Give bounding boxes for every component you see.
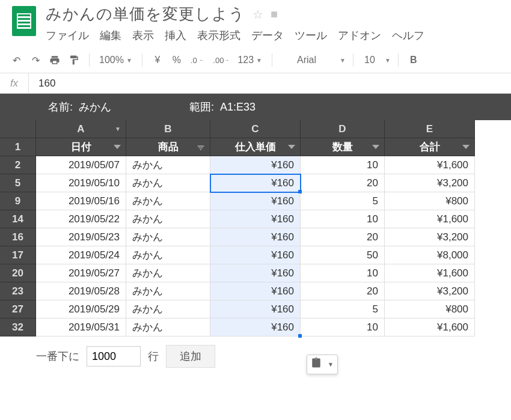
cell-item[interactable]: みかん bbox=[126, 264, 210, 282]
row-number[interactable]: 5 bbox=[0, 174, 36, 192]
row-number[interactable]: 16 bbox=[0, 228, 36, 246]
cell-item[interactable]: みかん bbox=[126, 246, 210, 264]
filter-name-value[interactable]: みかん bbox=[79, 100, 111, 114]
cell-price[interactable]: ¥160 bbox=[210, 282, 301, 300]
cell-qty[interactable]: 10 bbox=[301, 318, 385, 336]
cell-total[interactable]: ¥1,600 bbox=[385, 156, 475, 174]
cell-qty[interactable]: 5 bbox=[301, 300, 385, 318]
cell-date[interactable]: 2019/05/07 bbox=[36, 156, 126, 174]
cell-price[interactable]: ¥160 bbox=[210, 156, 301, 174]
cell-date[interactable]: 2019/05/16 bbox=[36, 192, 126, 210]
spreadsheet-grid[interactable]: A▼ B C D E 1 日付 商品 仕入単価 数量 合計 22019/05/0… bbox=[0, 120, 511, 336]
filter-icon[interactable] bbox=[462, 145, 470, 149]
cell-date[interactable]: 2019/05/28 bbox=[36, 282, 126, 300]
decrease-decimal[interactable]: .0 ← bbox=[188, 52, 207, 68]
cell-qty[interactable]: 10 bbox=[301, 156, 385, 174]
cell-total[interactable]: ¥1,600 bbox=[385, 210, 475, 228]
chevron-down-icon[interactable]: ▼ bbox=[328, 361, 334, 368]
cell-qty[interactable]: 10 bbox=[301, 210, 385, 228]
cell-price[interactable]: ¥160 bbox=[210, 318, 301, 336]
cell-total[interactable]: ¥800 bbox=[385, 192, 475, 210]
cell-date[interactable]: 2019/05/31 bbox=[36, 318, 126, 336]
cell-total[interactable]: ¥1,600 bbox=[385, 318, 475, 336]
menu-edit[interactable]: 編集 bbox=[100, 28, 121, 43]
cell-price[interactable]: ¥160 bbox=[210, 174, 301, 192]
col-letter-a[interactable]: A▼ bbox=[36, 120, 126, 138]
cell-item[interactable]: みかん bbox=[126, 282, 210, 300]
row-number[interactable]: 20 bbox=[0, 264, 36, 282]
cell-total[interactable]: ¥800 bbox=[385, 300, 475, 318]
menu-file[interactable]: ファイル bbox=[46, 28, 89, 43]
bold-button[interactable]: B bbox=[406, 52, 421, 68]
row-number[interactable]: 1 bbox=[0, 138, 36, 156]
cell-qty[interactable]: 5 bbox=[301, 192, 385, 210]
cell-date[interactable]: 2019/05/24 bbox=[36, 246, 126, 264]
cell-item[interactable]: みかん bbox=[126, 210, 210, 228]
sheets-logo-icon[interactable] bbox=[12, 6, 36, 36]
cell-price[interactable]: ¥160 bbox=[210, 246, 301, 264]
filter-icon[interactable] bbox=[372, 145, 379, 149]
menu-help[interactable]: ヘルフ bbox=[392, 28, 424, 43]
col-letter-d[interactable]: D bbox=[301, 120, 385, 138]
paste-options-popup[interactable]: ▼ bbox=[307, 355, 338, 374]
row-number[interactable]: 27 bbox=[0, 300, 36, 318]
filter-icon[interactable] bbox=[288, 145, 295, 149]
folder-icon[interactable]: ■ bbox=[271, 7, 278, 21]
font-family-select[interactable]: Arial bbox=[280, 52, 334, 68]
cell-item[interactable]: みかん bbox=[126, 156, 210, 174]
more-formats[interactable]: 123 ▼ bbox=[235, 52, 265, 68]
menu-addons[interactable]: アドオン bbox=[338, 28, 381, 43]
font-size-select[interactable]: 10 bbox=[361, 52, 379, 68]
cell-date[interactable]: 2019/05/22 bbox=[36, 210, 126, 228]
zoom-select[interactable]: 100% ▼ bbox=[97, 52, 135, 68]
formula-input[interactable] bbox=[29, 73, 511, 93]
paint-format-icon[interactable] bbox=[66, 52, 82, 68]
cell-price[interactable]: ¥160 bbox=[210, 210, 301, 228]
cell-total[interactable]: ¥1,600 bbox=[385, 264, 475, 282]
increase-decimal[interactable]: .00→ bbox=[210, 52, 231, 68]
col-letter-e[interactable]: E bbox=[385, 120, 475, 138]
cell-date[interactable]: 2019/05/29 bbox=[36, 300, 126, 318]
menu-data[interactable]: データ bbox=[251, 28, 284, 43]
col-letter-c[interactable]: C bbox=[210, 120, 301, 138]
menu-format[interactable]: 表示形式 bbox=[197, 28, 240, 43]
row-number[interactable]: 9 bbox=[0, 192, 36, 210]
col-letter-b[interactable]: B bbox=[126, 120, 210, 138]
cell-price[interactable]: ¥160 bbox=[210, 192, 301, 210]
row-number[interactable]: 2 bbox=[0, 156, 36, 174]
header-date[interactable]: 日付 bbox=[36, 138, 126, 156]
redo-icon[interactable]: ↷ bbox=[28, 52, 43, 68]
add-rows-input[interactable] bbox=[87, 346, 141, 367]
cell-total[interactable]: ¥8,000 bbox=[385, 246, 475, 264]
filter-icon[interactable] bbox=[114, 145, 121, 149]
cell-item[interactable]: みかん bbox=[126, 318, 210, 336]
cell-qty[interactable]: 50 bbox=[301, 246, 385, 264]
cell-date[interactable]: 2019/05/23 bbox=[36, 228, 126, 246]
cell-price[interactable]: ¥160 bbox=[210, 264, 301, 282]
cell-qty[interactable]: 20 bbox=[301, 228, 385, 246]
menu-view[interactable]: 表示 bbox=[132, 28, 154, 43]
cell-item[interactable]: みかん bbox=[126, 300, 210, 318]
format-currency[interactable]: ¥ bbox=[150, 52, 165, 68]
row-number[interactable]: 32 bbox=[0, 318, 36, 336]
cell-total[interactable]: ¥3,200 bbox=[385, 282, 475, 300]
cell-qty[interactable]: 20 bbox=[301, 174, 385, 192]
star-icon[interactable]: ☆ bbox=[252, 7, 263, 22]
cell-total[interactable]: ¥3,200 bbox=[385, 174, 475, 192]
cell-date[interactable]: 2019/05/10 bbox=[36, 174, 126, 192]
menu-insert[interactable]: 挿入 bbox=[165, 28, 186, 43]
print-icon[interactable] bbox=[47, 52, 63, 68]
row-number[interactable]: 14 bbox=[0, 210, 36, 228]
chevron-down-icon[interactable]: ▼ bbox=[115, 126, 121, 132]
document-title[interactable]: みかんの単価を変更しよう bbox=[46, 4, 245, 25]
format-percent[interactable]: % bbox=[169, 52, 185, 68]
header-price[interactable]: 仕入単価 bbox=[210, 138, 301, 156]
undo-icon[interactable]: ↶ bbox=[8, 52, 24, 68]
add-rows-button[interactable]: 追加 bbox=[166, 345, 215, 368]
header-qty[interactable]: 数量 bbox=[301, 138, 385, 156]
cell-qty[interactable]: 20 bbox=[301, 282, 385, 300]
filter-range-value[interactable]: A1:E33 bbox=[220, 101, 256, 114]
cell-price[interactable]: ¥160 bbox=[210, 228, 301, 246]
cell-item[interactable]: みかん bbox=[126, 192, 210, 210]
filter-active-icon[interactable] bbox=[197, 143, 205, 151]
